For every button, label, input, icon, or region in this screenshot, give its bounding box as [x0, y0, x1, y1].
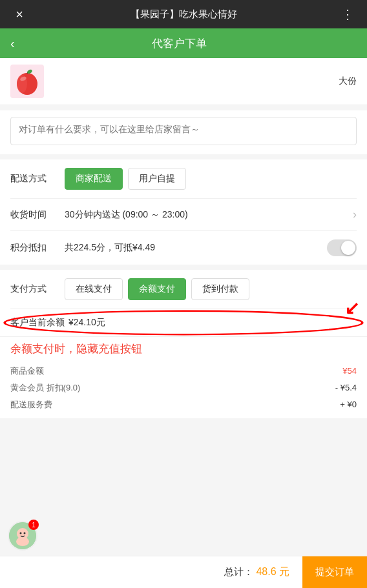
receive-time-value: 30分钟内送达 (09:00 ～ 23:00) [65, 209, 188, 221]
remark-input[interactable] [10, 117, 357, 145]
close-button[interactable]: × [8, 7, 31, 22]
service-fee-label: 配送服务费 [10, 399, 52, 411]
cod-payment-btn[interactable]: 货到付款 [191, 278, 249, 300]
discount-value: - ¥5.4 [335, 383, 357, 392]
delivery-row: 配送方式 商家配送 用户自提 [10, 159, 357, 199]
delivery-section: 配送方式 商家配送 用户自提 收货时间 30分钟内送达 (09:00 ～ 23:… [0, 159, 367, 265]
annotation-text: 余额支付时，隐藏充值按钮 [10, 343, 142, 355]
delivery-options: 商家配送 用户自提 [65, 168, 357, 190]
total-text: 总计： [224, 566, 253, 577]
balance-label: 客户当前余额 [10, 317, 68, 329]
chevron-right-icon: › [353, 208, 357, 221]
top-bar-title: 【果园子】吃水果心情好 [31, 8, 336, 21]
top-bar: × 【果园子】吃水果心情好 ⋮ [0, 0, 367, 28]
discount-row: 黄金会员 折扣(9.0) - ¥5.4 [10, 380, 357, 396]
discount-label: 黄金会员 折扣(9.0) [10, 382, 80, 394]
total-label: 总计： 48.6 元 [10, 565, 302, 579]
points-label: 积分抵扣 [10, 242, 57, 254]
balance-payment-btn[interactable]: 余额支付 [128, 278, 186, 300]
points-toggle[interactable] [327, 239, 357, 256]
more-button[interactable]: ⋮ [336, 6, 359, 22]
header-bar: ‹ 代客户下单 [0, 28, 367, 58]
goods-price-label: 商品金额 [10, 365, 44, 377]
goods-price-row: 商品金额 ¥54 [10, 363, 357, 380]
page-title: 代客户下单 [23, 36, 336, 51]
product-image [10, 65, 44, 98]
payment-options: 在线支付 余额支付 货到付款 [65, 278, 357, 300]
remark-section [0, 110, 367, 154]
svg-point-9 [20, 532, 22, 534]
annotation-section: 余额支付时，隐藏充值按钮 [0, 337, 367, 360]
price-section: 商品金额 ¥54 黄金会员 折扣(9.0) - ¥5.4 配送服务费 + ¥0 [0, 360, 367, 418]
product-count: 大份 [339, 76, 357, 87]
submit-order-button[interactable]: 提交订单 [302, 556, 367, 589]
payment-label: 支付方式 [10, 283, 57, 295]
toggle-circle [341, 241, 355, 255]
points-value: 共224.5分，可抵¥4.49 [65, 242, 155, 254]
receive-time-row[interactable]: 收货时间 30分钟内送达 (09:00 ～ 23:00) › [10, 199, 357, 231]
online-payment-btn[interactable]: 在线支付 [65, 278, 123, 300]
receive-time-label: 收货时间 [10, 209, 57, 221]
total-value: 48.6 元 [256, 566, 295, 577]
svg-point-8 [16, 537, 29, 546]
payment-row: 支付方式 在线支付 余额支付 货到付款 [10, 270, 357, 309]
merchant-delivery-btn[interactable]: 商家配送 [65, 168, 123, 190]
bottom-bar: 总计： 48.6 元 提交订单 [0, 556, 367, 588]
back-button[interactable]: ‹ [10, 36, 15, 51]
badge-count: 1 [28, 520, 39, 530]
product-section: 大份 [0, 58, 367, 105]
goods-price-value: ¥54 [342, 366, 357, 376]
avatar-container[interactable]: 1 [8, 521, 37, 551]
payment-section: 支付方式 在线支付 余额支付 货到付款 [0, 270, 367, 309]
svg-point-10 [24, 532, 26, 534]
delivery-label: 配送方式 [10, 173, 57, 185]
balance-container: 客户当前余额 ¥24.10元 ↙ [0, 309, 367, 337]
service-fee-row: 配送服务费 + ¥0 [10, 396, 357, 413]
self-pickup-btn[interactable]: 用户自提 [128, 168, 186, 190]
points-row: 积分抵扣 共224.5分，可抵¥4.49 [10, 231, 357, 265]
balance-value: ¥24.10元 [68, 317, 105, 329]
service-fee-value: + ¥0 [340, 400, 357, 409]
